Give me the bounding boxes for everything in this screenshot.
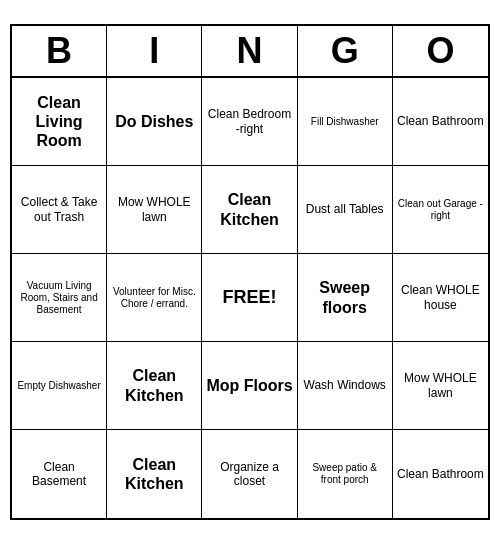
bingo-cell-9[interactable]: Clean out Garage - right [393,166,488,254]
bingo-cell-3[interactable]: Fill Dishwasher [298,78,393,166]
bingo-cell-0[interactable]: Clean Living Room [12,78,107,166]
bingo-header: BINGO [12,26,488,78]
bingo-cell-16[interactable]: Clean Kitchen [107,342,202,430]
bingo-cell-18[interactable]: Wash Windows [298,342,393,430]
bingo-cell-17[interactable]: Mop Floors [202,342,297,430]
header-letter-b: B [12,26,107,76]
bingo-cell-8[interactable]: Dust all Tables [298,166,393,254]
bingo-cell-20[interactable]: Clean Basement [12,430,107,518]
bingo-cell-5[interactable]: Collect & Take out Trash [12,166,107,254]
bingo-cell-11[interactable]: Volunteer for Misc. Chore / errand. [107,254,202,342]
bingo-cell-7[interactable]: Clean Kitchen [202,166,297,254]
header-letter-n: N [202,26,297,76]
bingo-cell-19[interactable]: Mow WHOLE lawn [393,342,488,430]
bingo-cell-1[interactable]: Do Dishes [107,78,202,166]
bingo-card: BINGO Clean Living RoomDo DishesClean Be… [10,24,490,520]
bingo-cell-22[interactable]: Organize a closet [202,430,297,518]
bingo-cell-6[interactable]: Mow WHOLE lawn [107,166,202,254]
bingo-cell-2[interactable]: Clean Bedroom -right [202,78,297,166]
header-letter-i: I [107,26,202,76]
bingo-cell-12[interactable]: FREE! [202,254,297,342]
bingo-cell-24[interactable]: Clean Bathroom [393,430,488,518]
header-letter-o: O [393,26,488,76]
bingo-cell-21[interactable]: Clean Kitchen [107,430,202,518]
bingo-cell-15[interactable]: Empty Dishwasher [12,342,107,430]
bingo-cell-10[interactable]: Vacuum Living Room, Stairs and Basement [12,254,107,342]
header-letter-g: G [298,26,393,76]
bingo-cell-4[interactable]: Clean Bathroom [393,78,488,166]
bingo-grid: Clean Living RoomDo DishesClean Bedroom … [12,78,488,518]
bingo-cell-23[interactable]: Sweep patio & front porch [298,430,393,518]
bingo-cell-13[interactable]: Sweep floors [298,254,393,342]
bingo-cell-14[interactable]: Clean WHOLE house [393,254,488,342]
